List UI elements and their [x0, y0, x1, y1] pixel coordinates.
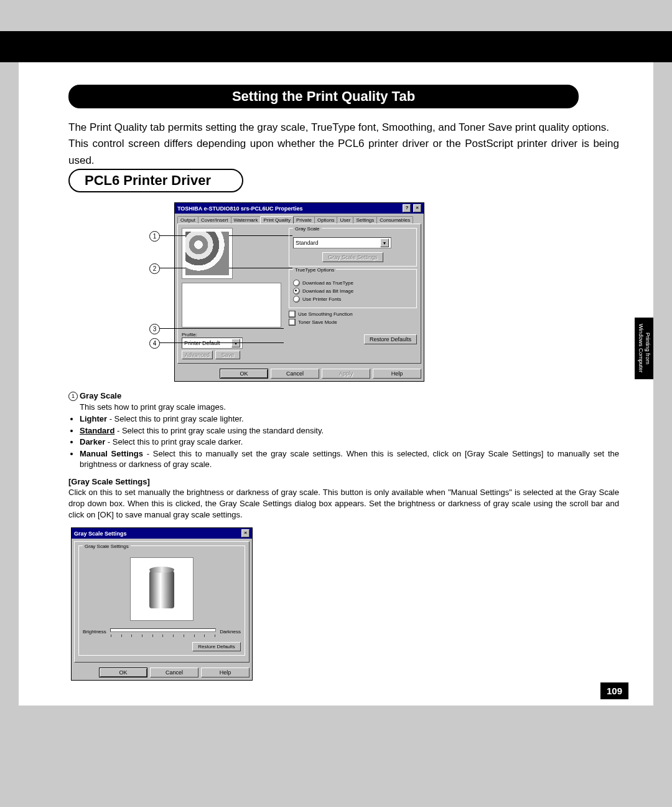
slider-ticks [110, 635, 216, 637]
def: - Select this to print gray scale using … [114, 426, 324, 435]
apply-button[interactable]: Apply [322, 369, 370, 379]
profile-label: Profile: [182, 332, 197, 337]
checkbox-toner-save[interactable]: Toner Save Mode [289, 319, 417, 326]
dialog-titlebar[interactable]: TOSHIBA e-STUDIO810 srs-PCL6UC Propertie… [175, 203, 424, 214]
tab-print-quality[interactable]: Print Quality [260, 216, 294, 224]
term: Standard [80, 426, 114, 435]
dlg2-help-button[interactable]: Help [201, 668, 250, 677]
tab-settings[interactable]: Settings [353, 216, 377, 224]
desc-p2: Click on this to set manually the bright… [68, 487, 619, 520]
grayscale-settings-button[interactable]: Gray Scale Settings [322, 252, 383, 262]
term: Lighter [80, 414, 107, 423]
dialog2-titlebar[interactable]: Gray Scale Settings × [72, 528, 252, 539]
grayscale-group: Gray Scale Standard ▼ Gray Scale Setting… [289, 228, 417, 267]
properties-dialog-figure: 1 2 3 4 TOSHIBA e-STUDIO810 srs-PCL6UC P… [174, 202, 619, 382]
tab-user[interactable]: User [337, 216, 353, 224]
preview-box [182, 228, 233, 279]
intro-text: The Print Quality tab permits setting th… [68, 120, 619, 169]
term: Darker [80, 437, 105, 446]
sidetab-line1: Printing from [645, 333, 651, 364]
description-block: 1Gray Scale This sets how to print gray … [68, 390, 619, 520]
page: Printing from Windows Computer Setting t… [19, 62, 653, 706]
chevron-down-icon: ▼ [231, 339, 240, 347]
dialog-title-text: TOSHIBA e-STUDIO810 srs-PCL6UC Propertie… [177, 205, 303, 212]
desc-li-manual: Manual Settings - Select this to manuall… [80, 448, 619, 470]
callout-3-line [159, 328, 284, 329]
tab-watermark[interactable]: Watermark [231, 216, 261, 224]
grayscale-dropdown[interactable]: Standard ▼ [293, 237, 391, 248]
truetype-group-title: TrueType Options [293, 267, 336, 273]
desc-li-standard: Standard - Select this to print gray sca… [80, 425, 619, 437]
subheading: PCL6 Printer Driver [70, 170, 242, 191]
tab-consumables[interactable]: Consumables [376, 216, 413, 224]
term: Manual Settings [80, 449, 143, 458]
profile-value: Printer Default [184, 340, 220, 346]
desc-h2: [Gray Scale Settings] [68, 477, 150, 486]
tab-output[interactable]: Output [177, 216, 198, 224]
cancel-button[interactable]: Cancel [271, 369, 319, 379]
help-button[interactable]: Help [373, 369, 421, 379]
callout-4-line [159, 342, 284, 343]
radio-label: Use Printer Fonts [302, 296, 341, 302]
radio-download-bitimage[interactable]: Download as Bit Image [293, 288, 413, 295]
dlg2-restore-button[interactable]: Restore Defaults [192, 642, 241, 651]
slider-left-label: Brightness [83, 629, 106, 635]
desc-callout-1: 1 [68, 392, 78, 401]
dialog-button-row: OK Cancel Apply Help [175, 366, 424, 381]
intro-p1: The Print Quality tab permits setting th… [68, 121, 609, 133]
slider-right-label: Darkness [220, 629, 241, 635]
check-label: Use Smoothing Function [298, 311, 353, 317]
dlg2-ok-button[interactable]: OK [99, 668, 147, 677]
restore-defaults-button[interactable]: Restore Defaults [364, 334, 417, 344]
def: - Select this to print gray scale lighte… [107, 414, 244, 423]
grayscale-settings-dialog: Gray Scale Settings × Gray Scale Setting… [71, 527, 253, 681]
truetype-group: TrueType Options Download as TrueType Do… [289, 269, 417, 308]
grayscale-value: Standard [296, 240, 319, 246]
profile-dropdown[interactable]: Printer Default ▼ [182, 337, 243, 349]
dialog2-title-text: Gray Scale Settings [74, 531, 127, 537]
radio-use-printer-fonts[interactable]: Use Printer Fonts [293, 296, 413, 303]
callout-3: 3 [149, 324, 160, 334]
tab-strip: Output Cover/Insert Watermark Print Qual… [175, 214, 424, 224]
intro-p2: This control screen differs depending up… [68, 138, 619, 166]
radio-download-truetype[interactable]: Download as TrueType [293, 280, 413, 286]
check-label: Toner Save Mode [298, 319, 337, 325]
preview-image [185, 232, 229, 275]
dlg2-button-row: OK Cancel Help [72, 665, 252, 680]
sidetab-line2: Windows Computer [638, 324, 644, 373]
tab-cover-insert[interactable]: Cover/Insert [198, 216, 231, 224]
close-icon[interactable]: × [413, 204, 421, 212]
radio-label: Download as Bit Image [302, 288, 353, 294]
dlg2-cancel-button[interactable]: Cancel [150, 668, 198, 677]
chevron-down-icon: ▼ [380, 238, 389, 247]
tab-options[interactable]: Options [314, 216, 338, 224]
def: - Select this to print gray scale darker… [105, 437, 243, 446]
page-number: 109 [600, 682, 628, 699]
cylinder-preview [149, 570, 174, 608]
tab-private[interactable]: Private [293, 216, 315, 224]
advanced-button[interactable]: Advanced [182, 351, 213, 359]
callout-1: 1 [149, 231, 160, 242]
callout-2: 2 [149, 263, 160, 274]
desc-li-lighter: Lighter - Select this to print gray scal… [80, 413, 619, 425]
help-icon[interactable]: ? [403, 204, 411, 212]
ok-button[interactable]: OK [220, 369, 268, 379]
def: - Select this to manually set the gray s… [80, 449, 619, 470]
list-box[interactable] [182, 283, 281, 328]
brightness-slider[interactable] [110, 628, 216, 632]
close-icon[interactable]: × [241, 529, 250, 537]
properties-dialog: TOSHIBA e-STUDIO810 srs-PCL6UC Propertie… [174, 202, 424, 382]
dlg2-group: Gray Scale Settings Brightness Darkness [78, 545, 245, 656]
save-button[interactable]: Save [215, 351, 240, 359]
section-tab: Printing from Windows Computer [635, 318, 653, 379]
radio-label: Download as TrueType [302, 280, 353, 286]
desc-li-darker: Darker - Select this to print gray scale… [80, 437, 619, 448]
desc-h1: Gray Scale [80, 391, 121, 400]
top-black-bar [0, 31, 672, 62]
grayscale-group-title: Gray Scale [293, 226, 322, 232]
checkbox-smoothing[interactable]: Use Smoothing Function [289, 311, 417, 318]
subheading-pill: PCL6 Printer Driver [68, 169, 243, 192]
dlg2-group-title: Gray Scale Settings [83, 544, 131, 549]
section-heading: Setting the Print Quality Tab [68, 85, 579, 108]
callout-4: 4 [149, 338, 160, 349]
